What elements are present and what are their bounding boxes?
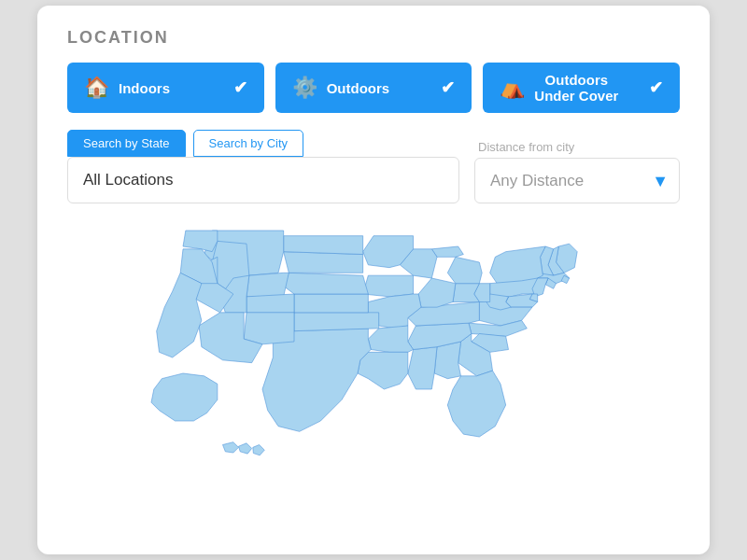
state-hi[interactable] — [223, 442, 239, 453]
outdoors-undercover-check-icon: ✔ — [649, 77, 663, 98]
state-sd[interactable] — [284, 252, 363, 273]
outdoors-undercover-label: OutdoorsUnder Cover — [534, 72, 618, 104]
state-fl[interactable] — [447, 371, 505, 437]
distance-label: Distance from city — [474, 140, 680, 154]
state-ak[interactable] — [151, 373, 218, 421]
distance-section: Distance from city Any Distance 10 miles… — [474, 140, 680, 203]
house-icon: 🏠 — [84, 76, 109, 100]
page-title: LOCATION — [67, 28, 680, 48]
location-card: LOCATION 🏠 Indoors ✔ ⚙️ Outdoors ✔ ⛺ Out… — [37, 6, 710, 554]
state-wa[interactable] — [183, 231, 218, 252]
state-co[interactable] — [247, 294, 294, 313]
indoors-label: Indoors — [119, 80, 170, 96]
outdoors-undercover-button[interactable]: ⛺ OutdoorsUnder Cover ✔ — [483, 63, 680, 113]
distance-select-wrapper: Any Distance 10 miles 25 miles 50 miles … — [474, 158, 680, 203]
outdoors-check-icon: ✔ — [441, 77, 455, 98]
state-al[interactable] — [434, 342, 460, 379]
state-mi-upper[interactable] — [431, 246, 463, 257]
indoors-check-icon: ✔ — [233, 77, 247, 98]
state-mi-lower[interactable] — [447, 257, 482, 283]
state-ks[interactable] — [294, 294, 368, 313]
indoors-button[interactable]: 🏠 Indoors ✔ — [67, 63, 264, 113]
tab-search-by-city[interactable]: Search by City — [193, 130, 304, 157]
state-tx[interactable] — [262, 329, 371, 431]
state-ok[interactable] — [294, 313, 379, 331]
state-ia[interactable] — [363, 275, 414, 297]
us-map — [67, 215, 680, 532]
state-hi2[interactable] — [239, 443, 252, 454]
state-la[interactable] — [358, 352, 408, 389]
state-ne[interactable] — [284, 273, 369, 294]
us-map-container — [67, 215, 680, 532]
filter-buttons-row: 🏠 Indoors ✔ ⚙️ Outdoors ✔ ⛺ OutdoorsUnde… — [67, 63, 680, 113]
tab-buttons: Search by State Search by City — [67, 130, 459, 157]
state-wy[interactable] — [247, 273, 289, 297]
search-input[interactable] — [67, 157, 459, 203]
state-nd[interactable] — [284, 236, 363, 255]
state-nm[interactable] — [244, 313, 294, 344]
outdoors-label: Outdoors — [327, 80, 390, 96]
state-il[interactable] — [418, 278, 456, 307]
distance-select[interactable]: Any Distance 10 miles 25 miles 50 miles … — [474, 158, 680, 203]
search-row: Search by State Search by City Distance … — [67, 130, 680, 203]
state-ms[interactable] — [408, 347, 437, 389]
state-hi3[interactable] — [253, 445, 264, 455]
search-tabs: Search by State Search by City — [67, 130, 459, 203]
tent-icon: ⛺ — [500, 76, 525, 100]
state-ca[interactable] — [157, 273, 202, 357]
gear-icon: ⚙️ — [292, 76, 317, 100]
outdoors-button[interactable]: ⚙️ Outdoors ✔ — [275, 63, 472, 113]
state-ar[interactable] — [368, 326, 413, 352]
tab-search-by-state[interactable]: Search by State — [67, 130, 186, 157]
